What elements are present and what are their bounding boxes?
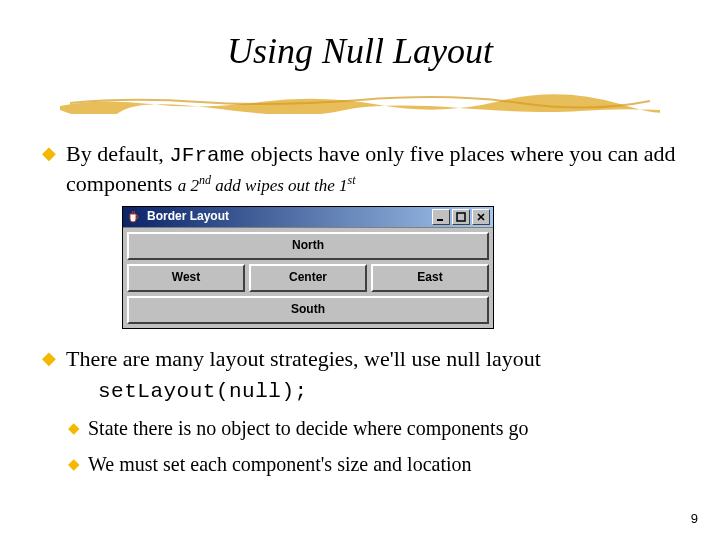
bullet-icon: ◆ [68, 452, 80, 478]
bullet-1-note: a 2nd add wipes out the 1st [178, 176, 356, 195]
region-east[interactable]: East [371, 264, 489, 292]
code-snippet: setLayout(null); [98, 379, 678, 406]
sub-bullet-1-text: State there is no object to decide where… [88, 416, 528, 442]
svg-rect-1 [437, 219, 443, 221]
window-control-buttons [432, 209, 493, 225]
java-cup-icon [126, 210, 142, 224]
window-frame: Border Layout [122, 206, 494, 329]
bullet-1-code: JFrame [169, 144, 245, 167]
bullet-2-text: There are many layout strategies, we'll … [66, 345, 678, 373]
border-layout-grid: North West Center East South [127, 232, 489, 324]
sub-bullets: ◆ State there is no object to decide whe… [68, 416, 678, 477]
border-layout-window: Border Layout [122, 206, 678, 329]
window-title-text: Border Layout [147, 209, 229, 224]
bullet-1: ◆ By default, JFrame objects have only f… [42, 140, 678, 198]
region-center[interactable]: Center [249, 264, 367, 292]
maximize-button[interactable] [452, 209, 470, 225]
close-button[interactable] [472, 209, 490, 225]
window-titlebar: Border Layout [123, 207, 493, 227]
page-number: 9 [691, 511, 698, 526]
bullet-1-text: By default, JFrame objects have only fiv… [66, 140, 678, 198]
minimize-button[interactable] [432, 209, 450, 225]
svg-rect-2 [457, 213, 465, 221]
slide: Using Null Layout ◆ By default, JFrame o… [0, 0, 720, 540]
region-north[interactable]: North [127, 232, 489, 260]
region-south[interactable]: South [127, 296, 489, 324]
bullet-icon: ◆ [42, 140, 56, 198]
title-underline [60, 92, 660, 114]
bullet-1-pre: By default, [66, 141, 169, 166]
bullet-icon: ◆ [42, 345, 56, 373]
region-west[interactable]: West [127, 264, 245, 292]
sub-bullet-2-text: We must set each component's size and lo… [88, 452, 472, 478]
sub-bullet-2: ◆ We must set each component's size and … [68, 452, 678, 478]
sub-bullet-1: ◆ State there is no object to decide whe… [68, 416, 678, 442]
bullet-icon: ◆ [68, 416, 80, 442]
bullet-2: ◆ There are many layout strategies, we'l… [42, 345, 678, 373]
window-body: North West Center East South [123, 227, 493, 328]
slide-title: Using Null Layout [0, 30, 720, 72]
slide-content: ◆ By default, JFrame objects have only f… [42, 140, 678, 477]
